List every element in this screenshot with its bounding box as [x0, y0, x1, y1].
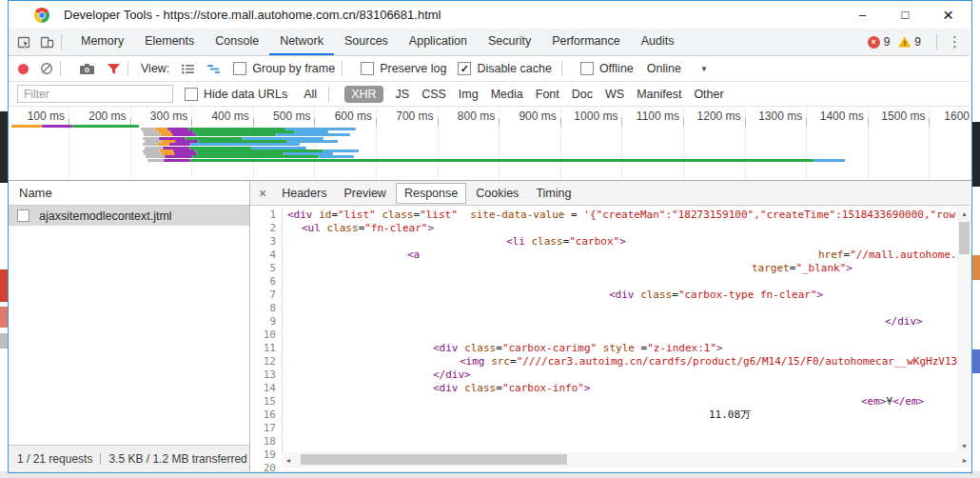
tab-sources[interactable]: Sources — [334, 29, 399, 55]
filter-type-all[interactable]: All — [304, 88, 317, 101]
filter-input[interactable] — [17, 85, 173, 103]
tab-console[interactable]: Console — [205, 29, 269, 55]
scroll-down-icon[interactable]: ▼ — [957, 439, 971, 452]
tab-audits[interactable]: Audits — [631, 29, 685, 55]
filter-type-js[interactable]: JS — [396, 88, 410, 101]
timeline-label: 800 ms — [438, 110, 495, 122]
filter-type-other[interactable]: Other — [694, 88, 723, 101]
minimize-button[interactable]: – — [841, 1, 884, 29]
disable-cache-checkbox[interactable]: ✓ — [458, 62, 471, 75]
request-row[interactable]: ajaxsitemodlecontext.jtml — [9, 206, 249, 226]
list-view-icon[interactable] — [181, 63, 195, 75]
timeline-label: 400 ms — [192, 110, 249, 122]
tab-performance[interactable]: Performance — [541, 29, 631, 55]
timeline-label: 100 ms — [8, 110, 65, 122]
filter-type-img[interactable]: Img — [459, 88, 479, 101]
throttling-dropdown[interactable]: Online ▼ — [647, 62, 708, 75]
timeline-label: 1000 ms — [560, 110, 617, 122]
gutter-separator — [282, 207, 283, 452]
detail-tab-preview[interactable]: Preview — [336, 184, 393, 203]
divider — [60, 61, 61, 76]
vertical-scroll-thumb[interactable] — [959, 222, 970, 254]
page-text-fragment — [0, 307, 8, 328]
kebab-menu-icon[interactable]: ⋮ — [948, 33, 962, 50]
code-line-15: <em>¥</em> — [861, 395, 924, 408]
tab-elements[interactable]: Elements — [134, 29, 205, 55]
timeline-label: 600 ms — [315, 110, 372, 122]
line-number: 8 — [250, 302, 276, 315]
waterfall-bottom-border — [9, 180, 971, 181]
waterfall-segment — [144, 133, 161, 136]
scroll-left-icon[interactable]: ◄ — [282, 452, 295, 468]
tab-application[interactable]: Application — [399, 29, 478, 55]
timeline-label: 1400 ms — [807, 110, 864, 122]
tab-security[interactable]: Security — [478, 29, 541, 55]
panel-divider[interactable] — [249, 181, 250, 471]
vertical-scrollbar[interactable]: ▲ ▼ — [957, 207, 971, 452]
line-number: 19 — [250, 448, 276, 462]
line-number: 12 — [250, 355, 276, 368]
warning-count[interactable]: 9 — [914, 35, 921, 49]
record-button[interactable] — [18, 64, 29, 74]
detail-tab-timing[interactable]: Timing — [528, 184, 578, 203]
tab-memory[interactable]: Memory — [70, 29, 134, 55]
filter-type-css[interactable]: CSS — [421, 88, 446, 101]
line-number: 1 — [250, 209, 276, 222]
hide-data-urls-checkbox[interactable]: ✓ — [185, 88, 198, 101]
detail-tab-headers[interactable]: Headers — [274, 184, 334, 203]
error-count[interactable]: 9 — [884, 35, 891, 49]
filter-type-manifest[interactable]: Manifest — [637, 88, 681, 101]
window-controls: – □ × — [841, 1, 970, 29]
line-number: 13 — [250, 368, 276, 382]
error-badge-icon[interactable]: × — [868, 36, 880, 49]
filter-funnel-icon[interactable] — [107, 62, 121, 75]
code-line-3: <li class="carbox"> — [506, 235, 626, 249]
timeline-label: 300 ms — [130, 110, 187, 122]
close-detail-icon[interactable]: × — [259, 187, 266, 200]
close-button[interactable]: × — [927, 1, 970, 29]
group-by-frame-checkbox[interactable]: ✓ — [233, 62, 246, 75]
waterfall-view-icon[interactable] — [206, 63, 222, 75]
line-number: 14 — [250, 382, 276, 395]
filter-type-xhr[interactable]: XHR — [344, 86, 382, 103]
devtools-screenshot: Developer Tools - https://store.mall.aut… — [0, 0, 980, 478]
maximize-button[interactable]: □ — [884, 1, 927, 29]
code-line-2: <ul class="fn-clear"> — [302, 222, 434, 235]
screenshot-capture-icon[interactable] — [79, 62, 95, 75]
timeline-label: 200 ms — [69, 110, 127, 122]
waterfall-segment — [172, 133, 196, 136]
waterfall-segment — [813, 159, 845, 162]
filter-type-doc[interactable]: Doc — [572, 88, 593, 101]
waterfall-segment — [11, 125, 42, 128]
page-photo-fragment — [0, 111, 8, 183]
requests-name-header[interactable]: Name — [9, 181, 249, 206]
horizontal-scrollbar[interactable]: ◄ ► — [282, 452, 971, 468]
page-behind-right — [972, 0, 980, 478]
clear-icon[interactable] — [40, 62, 53, 75]
device-toolbar-icon[interactable] — [40, 35, 54, 50]
warning-badge-icon[interactable]: ! — [898, 37, 911, 48]
line-number: 3 — [250, 235, 276, 249]
scroll-up-icon[interactable]: ▲ — [957, 207, 971, 220]
status-bar: 1 / 21 requests 3.5 KB / 1.2 MB transfer… — [9, 445, 249, 472]
filter-type-media[interactable]: Media — [491, 88, 523, 101]
window-title: Developer Tools - https://store.mall.aut… — [64, 8, 441, 22]
line-number: 17 — [250, 422, 276, 435]
tab-bar-right: × 9 ! 9 ⋮ — [868, 33, 962, 50]
resource-type-filters: AllXHRJSCSSImgMediaFontDocWSManifestOthe… — [291, 86, 723, 103]
disable-cache-label: Disable cache — [477, 62, 552, 75]
filter-type-ws[interactable]: WS — [605, 88, 624, 101]
horizontal-scroll-thumb[interactable] — [301, 454, 567, 465]
preserve-log-checkbox[interactable]: ✓ — [361, 62, 374, 75]
scroll-right-icon[interactable]: ► — [958, 452, 971, 468]
inspect-element-icon[interactable] — [17, 35, 31, 50]
divider — [561, 61, 562, 76]
tab-network[interactable]: Network — [269, 29, 334, 55]
offline-checkbox[interactable]: ✓ — [580, 62, 594, 75]
line-number: 5 — [250, 262, 276, 275]
code-line-12: <img src="////car3.autoimg.cn/cardfs/pro… — [460, 355, 957, 368]
detail-tab-response[interactable]: Response — [396, 183, 466, 204]
detail-tab-cookies[interactable]: Cookies — [468, 184, 526, 203]
timeline-label: 900 ms — [500, 110, 557, 122]
filter-type-font[interactable]: Font — [536, 88, 559, 101]
